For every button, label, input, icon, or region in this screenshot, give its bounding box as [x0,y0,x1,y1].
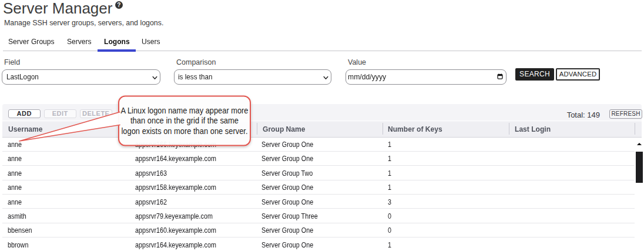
svg-text:logon exists on more than one: logon exists on more than one server. [122,126,248,136]
svg-text:than once in the grid if the s: than once in the grid if the same [130,116,239,125]
svg-text:A Linux logon name may appear: A Linux logon name may appear more [121,106,249,115]
